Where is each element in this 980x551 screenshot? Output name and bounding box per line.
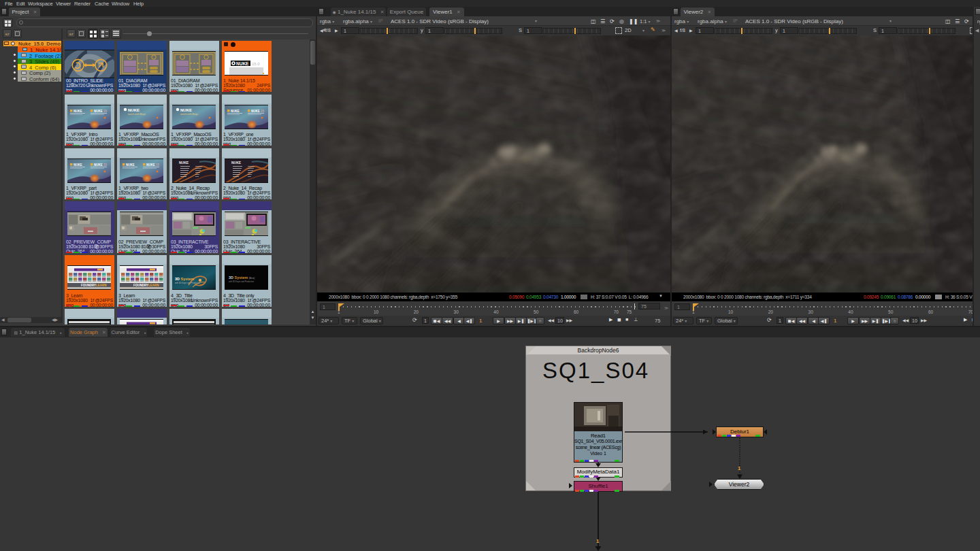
svg-text:NUKE: NUKE — [74, 163, 82, 166]
svg-text:NUKE 15: NUKE 15 — [94, 163, 108, 166]
svg-text:watch with Maya: watch with Maya — [180, 113, 198, 116]
svg-text:NUKE: NUKE — [126, 163, 135, 166]
svg-text:NUKE: NUKE — [231, 109, 240, 112]
svg-text:3D System: 3D System — [175, 277, 194, 281]
svg-text:NUKE: NUKE — [128, 107, 140, 112]
svg-text:NUKE: NUKE — [74, 109, 82, 112]
svg-text:NUKE: NUKE — [180, 107, 192, 112]
svg-text:watch with Maya: watch with Maya — [128, 113, 146, 116]
svg-text:NUKE: NUKE — [179, 161, 189, 165]
svg-text:NUKE: NUKE — [231, 161, 242, 165]
svg-text:FOUNDRYLEARN: FOUNDRYLEARN — [133, 284, 159, 287]
svg-text:NUKE 15: NUKE 15 — [94, 109, 108, 112]
svg-text:NUKE 15: NUKE 15 — [251, 109, 265, 112]
svg-text:with 3D Keyer and Production: with 3D Keyer and Production — [175, 282, 200, 284]
svg-text:NUKE: NUKE — [236, 61, 249, 65]
svg-text:FOUNDRYLEARN: FOUNDRYLEARN — [81, 284, 107, 287]
svg-text:15.0: 15.0 — [252, 61, 260, 65]
svg-text:NUKE 15: NUKE 15 — [146, 163, 160, 166]
svg-text:with 3D Keyer and Production: with 3D Keyer and Production — [229, 280, 254, 283]
